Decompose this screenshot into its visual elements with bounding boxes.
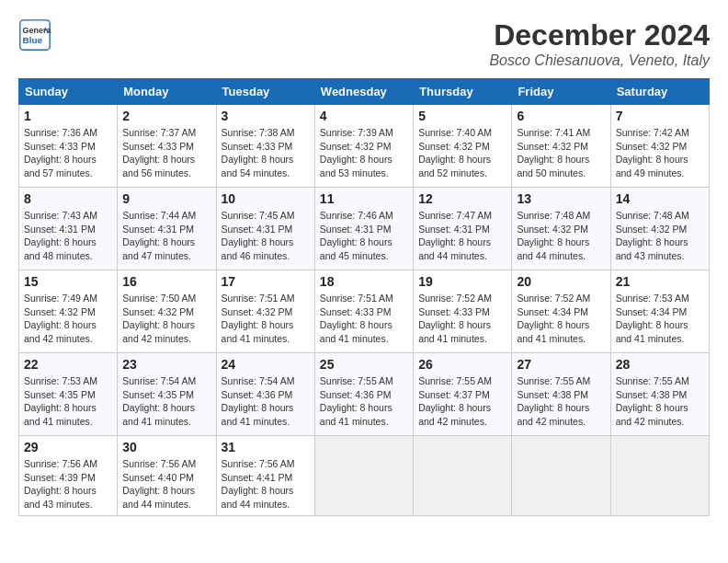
calendar-cell: 16Sunrise: 7:50 AM Sunset: 4:32 PM Dayli… xyxy=(118,270,216,353)
day-info: Sunrise: 7:55 AM Sunset: 4:37 PM Dayligh… xyxy=(418,374,506,429)
day-info: Sunrise: 7:39 AM Sunset: 4:32 PM Dayligh… xyxy=(320,126,408,180)
day-info: Sunrise: 7:51 AM Sunset: 4:32 PM Dayligh… xyxy=(222,292,310,346)
day-number: 15 xyxy=(24,274,112,289)
calendar-cell: 5Sunrise: 7:40 AM Sunset: 4:32 PM Daylig… xyxy=(414,105,512,188)
day-info: Sunrise: 7:52 AM Sunset: 4:34 PM Dayligh… xyxy=(517,292,605,346)
day-number: 27 xyxy=(517,357,605,372)
calendar-week-1: 1Sunrise: 7:36 AM Sunset: 4:33 PM Daylig… xyxy=(19,105,710,188)
day-number: 7 xyxy=(616,109,704,123)
calendar-cell xyxy=(610,436,709,516)
calendar-cell xyxy=(512,436,610,516)
day-number: 9 xyxy=(122,191,210,206)
calendar-cell: 14Sunrise: 7:48 AM Sunset: 4:32 PM Dayli… xyxy=(610,188,709,270)
calendar-cell: 6Sunrise: 7:41 AM Sunset: 4:32 PM Daylig… xyxy=(512,105,610,188)
day-number: 11 xyxy=(320,191,408,206)
location: Bosco Chiesanuova, Veneto, Italy xyxy=(489,52,710,69)
day-info: Sunrise: 7:40 AM Sunset: 4:32 PM Dayligh… xyxy=(418,126,506,180)
calendar-cell: 4Sunrise: 7:39 AM Sunset: 4:32 PM Daylig… xyxy=(314,105,413,188)
day-number: 21 xyxy=(616,274,704,289)
day-info: Sunrise: 7:52 AM Sunset: 4:33 PM Dayligh… xyxy=(418,292,506,346)
calendar-cell: 10Sunrise: 7:45 AM Sunset: 4:31 PM Dayli… xyxy=(216,188,314,270)
day-number: 2 xyxy=(122,109,210,123)
calendar-cell: 11Sunrise: 7:46 AM Sunset: 4:31 PM Dayli… xyxy=(314,188,413,270)
weekday-header-thursday: Thursday xyxy=(414,79,512,105)
day-info: Sunrise: 7:51 AM Sunset: 4:33 PM Dayligh… xyxy=(320,292,408,346)
logo-icon: General Blue xyxy=(18,18,51,52)
day-number: 30 xyxy=(122,440,210,454)
calendar-week-5: 29Sunrise: 7:56 AM Sunset: 4:39 PM Dayli… xyxy=(19,436,710,516)
day-info: Sunrise: 7:54 AM Sunset: 4:35 PM Dayligh… xyxy=(122,374,210,429)
day-number: 10 xyxy=(222,191,310,206)
weekday-header-friday: Friday xyxy=(512,79,610,105)
day-number: 12 xyxy=(418,191,506,206)
calendar-cell xyxy=(314,436,413,516)
calendar-table: SundayMondayTuesdayWednesdayThursdayFrid… xyxy=(18,78,710,516)
calendar-cell: 2Sunrise: 7:37 AM Sunset: 4:33 PM Daylig… xyxy=(118,105,216,188)
day-info: Sunrise: 7:44 AM Sunset: 4:31 PM Dayligh… xyxy=(122,209,210,263)
calendar-cell: 12Sunrise: 7:47 AM Sunset: 4:31 PM Dayli… xyxy=(414,188,512,270)
day-info: Sunrise: 7:53 AM Sunset: 4:34 PM Dayligh… xyxy=(616,292,704,346)
calendar-week-4: 22Sunrise: 7:53 AM Sunset: 4:35 PM Dayli… xyxy=(19,353,710,436)
day-info: Sunrise: 7:56 AM Sunset: 4:40 PM Dayligh… xyxy=(122,457,210,511)
day-info: Sunrise: 7:55 AM Sunset: 4:36 PM Dayligh… xyxy=(320,374,408,429)
calendar-cell: 29Sunrise: 7:56 AM Sunset: 4:39 PM Dayli… xyxy=(19,436,118,516)
calendar-cell: 19Sunrise: 7:52 AM Sunset: 4:33 PM Dayli… xyxy=(414,270,512,353)
calendar-cell: 25Sunrise: 7:55 AM Sunset: 4:36 PM Dayli… xyxy=(314,353,413,436)
calendar-cell: 18Sunrise: 7:51 AM Sunset: 4:33 PM Dayli… xyxy=(314,270,413,353)
day-number: 1 xyxy=(24,109,112,123)
day-number: 16 xyxy=(122,274,210,289)
day-info: Sunrise: 7:41 AM Sunset: 4:32 PM Dayligh… xyxy=(517,126,605,180)
day-number: 22 xyxy=(24,357,112,372)
day-number: 20 xyxy=(517,274,605,289)
calendar-body: 1Sunrise: 7:36 AM Sunset: 4:33 PM Daylig… xyxy=(19,105,710,516)
weekday-header-monday: Monday xyxy=(118,79,216,105)
weekday-header-tuesday: Tuesday xyxy=(216,79,314,105)
day-number: 5 xyxy=(418,109,506,123)
logo: General Blue xyxy=(18,18,51,52)
calendar-cell: 15Sunrise: 7:49 AM Sunset: 4:32 PM Dayli… xyxy=(19,270,118,353)
day-number: 26 xyxy=(418,357,506,372)
weekday-header-row: SundayMondayTuesdayWednesdayThursdayFrid… xyxy=(19,79,710,105)
day-info: Sunrise: 7:50 AM Sunset: 4:32 PM Dayligh… xyxy=(122,292,210,346)
day-info: Sunrise: 7:48 AM Sunset: 4:32 PM Dayligh… xyxy=(616,209,704,263)
day-info: Sunrise: 7:46 AM Sunset: 4:31 PM Dayligh… xyxy=(320,209,408,263)
calendar-cell: 23Sunrise: 7:54 AM Sunset: 4:35 PM Dayli… xyxy=(118,353,216,436)
page-header: General Blue December 2024 Bosco Chiesan… xyxy=(18,18,710,69)
day-info: Sunrise: 7:37 AM Sunset: 4:33 PM Dayligh… xyxy=(122,126,210,180)
day-number: 6 xyxy=(517,109,605,123)
month-title: December 2024 xyxy=(489,18,710,52)
day-info: Sunrise: 7:47 AM Sunset: 4:31 PM Dayligh… xyxy=(418,209,506,263)
day-number: 29 xyxy=(24,440,112,454)
day-info: Sunrise: 7:56 AM Sunset: 4:41 PM Dayligh… xyxy=(222,457,310,511)
calendar-cell xyxy=(414,436,512,516)
day-info: Sunrise: 7:53 AM Sunset: 4:35 PM Dayligh… xyxy=(24,374,112,429)
day-info: Sunrise: 7:55 AM Sunset: 4:38 PM Dayligh… xyxy=(517,374,605,429)
calendar-cell: 3Sunrise: 7:38 AM Sunset: 4:33 PM Daylig… xyxy=(216,105,314,188)
weekday-header-saturday: Saturday xyxy=(610,79,709,105)
calendar-cell: 28Sunrise: 7:55 AM Sunset: 4:38 PM Dayli… xyxy=(610,353,709,436)
day-number: 23 xyxy=(122,357,210,372)
calendar-week-2: 8Sunrise: 7:43 AM Sunset: 4:31 PM Daylig… xyxy=(19,188,710,270)
calendar-week-3: 15Sunrise: 7:49 AM Sunset: 4:32 PM Dayli… xyxy=(19,270,710,353)
day-number: 31 xyxy=(222,440,310,454)
day-info: Sunrise: 7:36 AM Sunset: 4:33 PM Dayligh… xyxy=(24,126,112,180)
weekday-header-sunday: Sunday xyxy=(19,79,118,105)
calendar-cell: 30Sunrise: 7:56 AM Sunset: 4:40 PM Dayli… xyxy=(118,436,216,516)
day-number: 18 xyxy=(320,274,408,289)
day-info: Sunrise: 7:43 AM Sunset: 4:31 PM Dayligh… xyxy=(24,209,112,263)
day-info: Sunrise: 7:56 AM Sunset: 4:39 PM Dayligh… xyxy=(24,457,112,511)
day-number: 19 xyxy=(418,274,506,289)
day-number: 14 xyxy=(616,191,704,206)
weekday-header-wednesday: Wednesday xyxy=(314,79,413,105)
day-info: Sunrise: 7:48 AM Sunset: 4:32 PM Dayligh… xyxy=(517,209,605,263)
calendar-cell: 22Sunrise: 7:53 AM Sunset: 4:35 PM Dayli… xyxy=(19,353,118,436)
day-number: 4 xyxy=(320,109,408,123)
day-info: Sunrise: 7:42 AM Sunset: 4:32 PM Dayligh… xyxy=(616,126,704,180)
day-info: Sunrise: 7:45 AM Sunset: 4:31 PM Dayligh… xyxy=(222,209,310,263)
day-info: Sunrise: 7:55 AM Sunset: 4:38 PM Dayligh… xyxy=(616,374,704,429)
day-number: 13 xyxy=(517,191,605,206)
calendar-cell: 9Sunrise: 7:44 AM Sunset: 4:31 PM Daylig… xyxy=(118,188,216,270)
day-number: 25 xyxy=(320,357,408,372)
day-number: 3 xyxy=(222,109,310,123)
calendar-cell: 20Sunrise: 7:52 AM Sunset: 4:34 PM Dayli… xyxy=(512,270,610,353)
